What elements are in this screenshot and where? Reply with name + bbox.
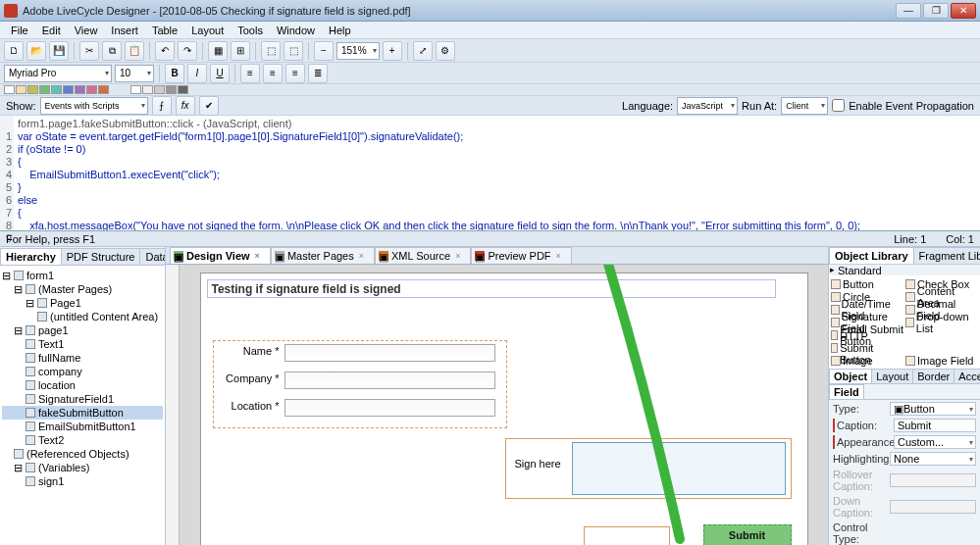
language-label: Language:	[622, 100, 673, 112]
menu-help[interactable]: Help	[322, 24, 358, 37]
menu-layout[interactable]: Layout	[184, 24, 231, 37]
code-body[interactable]: form1.page1.fakeSubmitButton::click - (J…	[14, 116, 980, 230]
tab-fragment-library[interactable]: Fragment Library	[913, 247, 980, 264]
fn-icon[interactable]: ⨍	[152, 96, 172, 116]
sign-here-label: Sign here	[515, 458, 561, 470]
redo-icon[interactable]: ↷	[178, 41, 197, 61]
swatch-green[interactable]	[39, 85, 50, 94]
objlib-http[interactable]: HTTP Submit Button	[831, 341, 903, 354]
objlib-image[interactable]: Image	[831, 354, 903, 367]
copy-icon[interactable]: ⧉	[102, 41, 122, 61]
tab-accessibility[interactable]: Accessibility	[954, 369, 980, 383]
swatch-tan[interactable]	[16, 85, 26, 94]
tab-data-view[interactable]: Data View	[139, 248, 165, 265]
align-right-icon[interactable]: ≡	[285, 64, 305, 83]
objlib-button[interactable]: Button	[831, 277, 903, 290]
caption-input[interactable]: Submit	[894, 419, 976, 432]
swatch2e[interactable]	[178, 85, 188, 94]
font-name-combo[interactable]: Myriad Pro	[4, 65, 112, 82]
show-events-combo[interactable]: Events with Scripts	[40, 97, 148, 115]
minimize-button[interactable]: —	[896, 3, 921, 19]
swatch2c[interactable]	[154, 85, 165, 94]
tab-border[interactable]: Border	[912, 369, 954, 383]
submit-button[interactable]: Submit	[703, 524, 792, 545]
align-center-icon[interactable]: ≡	[263, 64, 283, 83]
subtab-field[interactable]: Field	[829, 384, 864, 399]
design-canvas[interactable]: Testing if signature field is signed Nam…	[180, 265, 828, 545]
tab-object-library[interactable]: Object Library	[829, 247, 914, 264]
close-button[interactable]: ✕	[951, 3, 976, 19]
swatch-blue[interactable]	[63, 85, 74, 94]
swatch-olive[interactable]	[27, 85, 38, 94]
swatch2[interactable]	[130, 85, 141, 94]
location-input[interactable]	[284, 399, 495, 417]
tab-xml-source[interactable]: ▣XML Source×	[375, 247, 471, 264]
font-size-combo[interactable]: 10	[115, 65, 154, 82]
tab-pdf-structure[interactable]: PDF Structure	[61, 248, 141, 265]
table-icon[interactable]: ▦	[208, 41, 228, 61]
name-input[interactable]	[284, 344, 495, 362]
tab-hierarchy[interactable]: Hierarchy	[0, 248, 62, 265]
close-tab-icon[interactable]: ×	[255, 251, 260, 261]
cut-icon[interactable]: ✂	[79, 41, 99, 61]
swatch-white[interactable]	[4, 85, 15, 94]
zoom-out-icon[interactable]: −	[314, 41, 334, 61]
runat-combo[interactable]: Client	[781, 97, 828, 115]
swatch-teal[interactable]	[51, 85, 62, 94]
menu-edit[interactable]: Edit	[35, 24, 68, 37]
swatch-orange[interactable]	[98, 85, 109, 94]
fit-icon[interactable]: ⤢	[413, 41, 433, 61]
objlib-dropdown[interactable]: Drop-down List	[905, 316, 978, 328]
menu-view[interactable]: View	[68, 24, 105, 37]
event-propagation-checkbox[interactable]	[832, 99, 845, 112]
hierarchy-tree[interactable]: ⊟form1 ⊟(Master Pages) ⊟Page1 (untitled …	[0, 265, 165, 545]
menu-table[interactable]: Table	[145, 24, 184, 37]
new-icon[interactable]: 🗋	[4, 41, 24, 61]
menu-window[interactable]: Window	[270, 24, 322, 37]
save-icon[interactable]: 💾	[49, 41, 69, 61]
signature-field[interactable]	[572, 442, 786, 495]
script-editor[interactable]: 1234567891011 form1.page1.fakeSubmitButt…	[0, 116, 980, 231]
maximize-button[interactable]: ❐	[923, 3, 949, 19]
objlib-imgfield[interactable]: Image Field	[905, 354, 978, 367]
ungroup-icon[interactable]: ⬚	[284, 41, 303, 61]
tab-design-view[interactable]: ▣Design View×	[170, 247, 271, 264]
tab-layout[interactable]: Layout	[871, 369, 913, 383]
tab-preview-pdf[interactable]: ▣Preview PDF×	[471, 247, 571, 264]
appearance-combo[interactable]: Custom...	[894, 435, 976, 449]
type-combo[interactable]: ▣ Button	[890, 402, 976, 416]
swatch2d[interactable]	[166, 85, 177, 94]
objlib-group-header[interactable]: Standard	[829, 264, 980, 275]
form-page[interactable]: Testing if signature field is signed Nam…	[200, 272, 808, 545]
language-combo[interactable]: JavaScript	[677, 97, 738, 115]
paste-icon[interactable]: 📋	[125, 41, 144, 61]
menu-file[interactable]: File	[4, 24, 35, 37]
email-submit-placeholder[interactable]	[584, 526, 670, 545]
undo-icon[interactable]: ↶	[155, 41, 175, 61]
underline-icon[interactable]: U	[210, 64, 230, 83]
check-icon[interactable]: ✔	[199, 96, 219, 116]
highlight-combo[interactable]: None	[890, 452, 976, 466]
menu-tools[interactable]: Tools	[231, 24, 270, 37]
grid-icon[interactable]: ⊞	[231, 41, 250, 61]
align-left-icon[interactable]: ≡	[240, 64, 260, 83]
swatch-pink[interactable]	[86, 85, 97, 94]
italic-icon[interactable]: I	[187, 64, 207, 83]
zoom-in-icon[interactable]: +	[383, 41, 402, 61]
toolbar-main: 🗋 📂 💾 ✂ ⧉ 📋 ↶ ↷ ▦ ⊞ ⬚ ⬚ − 151% + ⤢ ⚙	[0, 39, 980, 63]
tab-master-pages[interactable]: ▣Master Pages×	[271, 247, 375, 264]
zoom-combo[interactable]: 151%	[336, 42, 380, 60]
form-title-text[interactable]: Testing if signature field is signed	[207, 279, 776, 298]
open-icon[interactable]: 📂	[26, 41, 46, 61]
swatch2b[interactable]	[142, 85, 153, 94]
tab-object[interactable]: Object	[829, 369, 872, 383]
toolbar-font: Myriad Pro 10 B I U ≡ ≡ ≡ ≣	[0, 63, 980, 84]
bold-icon[interactable]: B	[165, 64, 184, 83]
menu-insert[interactable]: Insert	[104, 24, 145, 37]
group-icon[interactable]: ⬚	[261, 41, 281, 61]
company-input[interactable]	[284, 372, 495, 389]
tool-icon[interactable]: ⚙	[436, 41, 455, 61]
fx-icon[interactable]: fx	[176, 96, 195, 116]
swatch-purple[interactable]	[75, 85, 85, 94]
justify-icon[interactable]: ≣	[308, 64, 328, 83]
